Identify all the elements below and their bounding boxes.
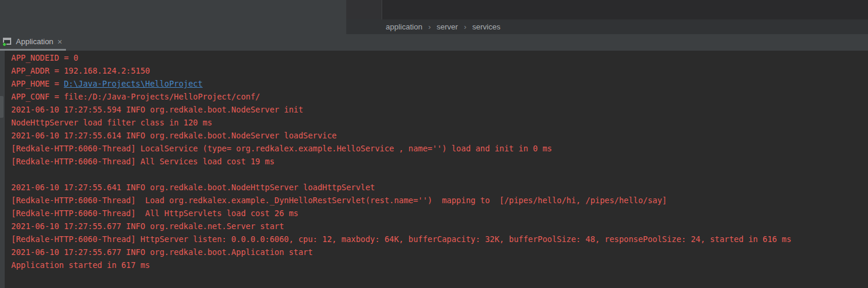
console-line: APP_CONF = file:/D:/Java-Projects/HelloP… (11, 90, 868, 103)
app-home-prefix: APP_HOME = (11, 79, 64, 88)
console-line: APP_NODEID = 0 (11, 51, 868, 64)
editor-tab-strip (346, 0, 382, 19)
console-line-blank (11, 168, 868, 181)
file-path-link[interactable]: D:\Java-Projects\HelloProject (64, 79, 203, 88)
tab-label: Application (16, 37, 54, 46)
scrollbar-thumb[interactable] (0, 96, 4, 118)
run-tab-bar: Application × (0, 34, 868, 51)
run-console-icon (2, 37, 12, 47)
running-indicator-icon (2, 42, 6, 47)
console-line: 2021-06-10 17:27:55.594 INFO org.redkale… (11, 103, 868, 116)
console-line: [Redkale-HTTP:6060-Thread] All Services … (11, 155, 868, 168)
toolwindow-left-stripe (0, 51, 5, 288)
console-line: 2021-06-10 17:27:55.677 INFO org.redkale… (11, 246, 868, 259)
breadcrumb-item-server[interactable]: server (437, 22, 458, 31)
breadcrumb: application › server › services (346, 19, 868, 34)
console-log: APP_NODEID = 0 APP_ADDR = 192.168.124.2:… (11, 51, 868, 272)
chevron-right-icon: › (428, 22, 430, 31)
console-line: [Redkale-HTTP:6060-Thread] HttpServer li… (11, 233, 868, 246)
breadcrumb-item-application[interactable]: application (386, 22, 422, 31)
console-line: NodeHttpServer load filter class in 120 … (11, 116, 868, 129)
console-line: Application started in 617 ms (11, 259, 868, 272)
breadcrumb-item-services[interactable]: services (472, 22, 501, 31)
console-titlebar (3, 38, 11, 40)
chevron-right-icon: › (464, 22, 466, 31)
console-line: [Redkale-HTTP:6060-Thread] All HttpServl… (11, 207, 868, 220)
console-line: 2021-06-10 17:27:55.614 INFO org.redkale… (11, 129, 868, 142)
ide-window: application › server › services Applicat… (0, 0, 868, 288)
tab-application[interactable]: Application × (0, 34, 66, 49)
console-line: 2021-06-10 17:27:55.677 INFO org.redkale… (11, 220, 868, 233)
console-line: 2021-06-10 17:27:55.641 INFO org.redkale… (11, 181, 868, 194)
console-line: [Redkale-HTTP:6060-Thread] LocalService … (11, 142, 868, 155)
close-icon[interactable]: × (58, 38, 62, 46)
console-panel: APP_NODEID = 0 APP_ADDR = 192.168.124.2:… (0, 51, 868, 288)
top-left-panel (0, 0, 346, 34)
console-line: [Redkale-HTTP:6060-Thread] Load org.redk… (11, 194, 868, 207)
console-line: APP_HOME = D:\Java-Projects\HelloProject (11, 77, 868, 90)
console-line: APP_ADDR = 192.168.124.2:5150 (11, 64, 868, 77)
editor-area (382, 0, 868, 19)
